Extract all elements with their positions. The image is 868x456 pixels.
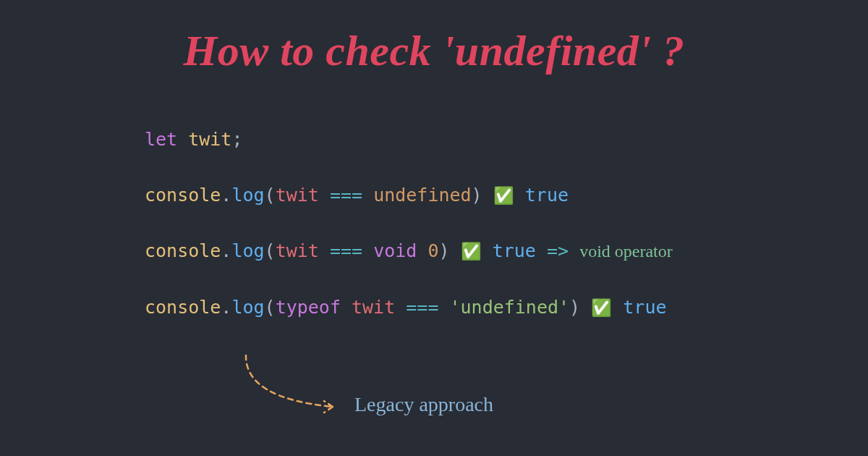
object-console: console	[145, 240, 221, 261]
code-line-2: console.log(twit === undefined) ✅ true	[145, 182, 868, 208]
object-console: console	[145, 297, 221, 318]
method-log: log	[231, 240, 264, 261]
code-line-3: console.log(twit === void 0) ✅ true => v…	[145, 238, 868, 264]
note-void-operator: void operator	[579, 242, 673, 261]
semicolon: ;	[231, 129, 242, 150]
operator-eq: ===	[330, 240, 362, 261]
arg-twit: twit	[352, 297, 395, 318]
method-log: log	[231, 185, 264, 206]
paren-open: (	[265, 297, 276, 318]
keyword-let: let	[145, 129, 177, 150]
dot: .	[221, 185, 231, 206]
method-log: log	[231, 297, 264, 318]
paren-open: (	[265, 185, 276, 206]
operator-eq: ===	[330, 185, 362, 206]
check-icon: ✅	[591, 298, 612, 317]
literal-zero: 0	[427, 240, 438, 261]
operator-eq: ===	[406, 297, 438, 318]
annotation-arrow-icon	[231, 355, 347, 420]
string-undefined: 'undefined'	[450, 297, 570, 318]
keyword-void: void	[373, 240, 417, 261]
check-icon: ✅	[461, 242, 482, 261]
annotation-legacy-approach: Legacy approach	[354, 393, 493, 416]
dot: .	[221, 240, 231, 261]
card-title: How to check 'undefined' ?	[0, 0, 868, 76]
result-true: true	[493, 240, 536, 261]
object-console: console	[145, 185, 221, 206]
result-true: true	[525, 185, 569, 206]
arg-twit: twit	[276, 240, 319, 261]
keyword-typeof: typeof	[276, 297, 341, 318]
check-icon: ✅	[493, 186, 514, 205]
arg-twit: twit	[276, 185, 319, 206]
paren-close: )	[438, 240, 449, 261]
paren-close: )	[569, 297, 580, 318]
comment-arrow: =>	[547, 240, 569, 261]
result-true: true	[623, 297, 666, 318]
code-line-4: console.log(typeof twit === 'undefined')…	[145, 295, 868, 320]
identifier-twit: twit	[188, 129, 231, 150]
literal-undefined: undefined	[373, 185, 471, 206]
paren-close: )	[472, 185, 482, 206]
dot: .	[221, 297, 231, 318]
paren-open: (	[265, 240, 276, 261]
code-block: let twit; console.log(twit === undefined…	[0, 76, 868, 320]
code-line-1: let twit;	[145, 127, 868, 152]
